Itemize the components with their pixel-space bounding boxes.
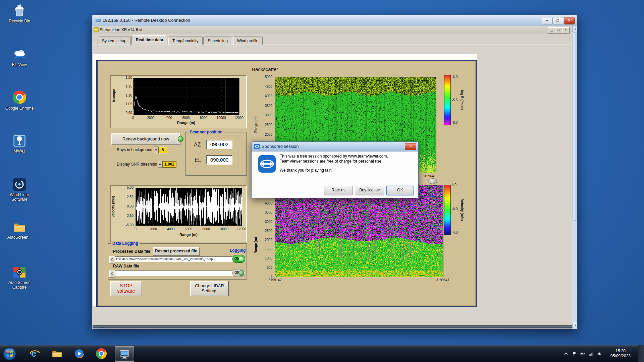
explorer-folder-icon[interactable]: [48, 346, 66, 361]
remote-taskbar: XPScansched 15:20 05/09/2023: [93, 325, 572, 328]
desktop-icon-auto-screen-capture[interactable]: Auto Screen Capture: [4, 265, 35, 290]
tick-label: 5000: [265, 75, 272, 79]
tick-label: 10000: [215, 116, 228, 120]
tab-scheduling[interactable]: Scheduling: [203, 37, 232, 45]
stop-software-button[interactable]: STOP software: [110, 281, 142, 296]
folder-app-icon[interactable]: [261, 327, 277, 328]
host-tray: [562, 345, 604, 362]
rdp-titlebar[interactable]: 192.168.0.150 - Remote Desktop Connectio…: [92, 15, 577, 26]
app-restore-button[interactable]: □: [555, 27, 562, 34]
rdp-minimize-button[interactable]: –: [542, 17, 552, 24]
stop-app-icon[interactable]: [177, 327, 192, 328]
velocity-plot: [136, 188, 242, 226]
scanner-position-group: Scanner position AZ 090.002 EL 090.000: [185, 132, 247, 176]
dialog-close-button[interactable]: ✕: [405, 143, 416, 150]
action-center-flag-icon[interactable]: [572, 351, 577, 356]
tab-temp-humidity[interactable]: Temp/humidity: [168, 37, 203, 45]
desktop-icon-autoscreen-folder[interactable]: AutoScreen...: [4, 220, 35, 240]
processed-logging-toggle[interactable]: ON: [232, 255, 245, 263]
start-button[interactable]: [3, 347, 16, 361]
desktop-icon-wind-lidar-software[interactable]: Wind Lidar Software: [4, 177, 35, 202]
scroll-down-arrow[interactable]: ▼: [572, 323, 577, 328]
restart-processed-file-button[interactable]: Restart processed file: [153, 247, 200, 256]
velocity-y-ticks: 5.002.500.00-2.50-5.00: [118, 186, 133, 227]
remote-vertical-scrollbar[interactable]: ▲ ▼: [572, 26, 577, 328]
scan-sched-app-icon[interactable]: Scansched: [240, 327, 256, 328]
tick-label: 4000: [162, 116, 175, 120]
rdp-close-button[interactable]: ✕: [564, 17, 575, 24]
host-taskbar-icons: e: [26, 346, 134, 362]
stop-line2: software: [111, 288, 142, 294]
a-scope-plot: [133, 78, 239, 115]
app-close-button[interactable]: ×: [562, 27, 570, 34]
remote-clock[interactable]: 15:20 05/09/2023: [543, 328, 562, 328]
sponsored-session-dialog: Sponsored session ✕ This was a free sess…: [251, 141, 419, 198]
app-minimize-button[interactable]: _: [548, 27, 555, 34]
tray-up-icon[interactable]: [564, 351, 569, 356]
media-player-icon[interactable]: [70, 346, 88, 361]
change-lidar-settings-button[interactable]: Change LiDAR Settings: [190, 281, 229, 296]
network-icon[interactable]: [589, 351, 594, 356]
az-value[interactable]: 090.002: [206, 140, 232, 149]
toggle-knob: [238, 256, 244, 262]
host-time: 15:20: [610, 349, 631, 354]
dialog-button-buy-license[interactable]: Buy license: [355, 186, 384, 195]
rays-spinner[interactable]: [154, 146, 158, 153]
volume-icon[interactable]: [597, 351, 602, 356]
velocity-time-right: 3199641: [426, 278, 460, 282]
tab-wind-profile[interactable]: Wind profile: [233, 37, 263, 45]
el-value[interactable]: 090.000: [206, 155, 232, 165]
rays-value[interactable]: 8: [158, 147, 167, 153]
remote-start-button[interactable]: [97, 327, 108, 328]
backscatter-colorbar-tick-mid: -5.5: [452, 98, 458, 102]
console-app-icon[interactable]: [219, 327, 234, 328]
processed-data-file-label: Processed Data file: [113, 249, 150, 254]
notes-app-icon[interactable]: [113, 327, 129, 328]
dialog-button-ok[interactable]: OK: [386, 186, 414, 195]
tick-label: 3500: [265, 210, 272, 214]
velocity-x-axis-label: Range (m): [155, 233, 222, 237]
tab-real-time-data[interactable]: Real time data: [131, 35, 167, 45]
renew-background-button[interactable]: Renew background now: [111, 133, 180, 145]
host-clock[interactable]: 15:20 05/09/2023: [610, 349, 631, 359]
dialog-titlebar[interactable]: Sponsored session ✕: [252, 142, 418, 152]
dialog-button-rate-us[interactable]: Rate us: [324, 186, 353, 195]
velocity-colorbar-tick-min: -4.0: [452, 231, 458, 234]
desktop-icon-recycle-bin[interactable]: Recycle Bin: [4, 3, 35, 23]
processed-path-field[interactable]: C:\Lidar\Data\Proc\2023\202309\20230905\…: [115, 256, 233, 262]
tabstrip: System setupReal time dataTemp/humidityS…: [92, 34, 572, 45]
velocity-colorbar-tick-max: 4.0: [452, 183, 457, 187]
battery-icon[interactable]: [580, 351, 585, 356]
tab-system-setup[interactable]: System setup: [98, 37, 131, 45]
rdp-maximize-button[interactable]: □: [552, 17, 563, 24]
toggle-knob: [238, 270, 244, 276]
xp-app-icon[interactable]: XP: [198, 327, 213, 328]
rdp-app-icon[interactable]: [115, 346, 134, 362]
app-titlebar[interactable]: StreamLine XR v14-6.vi _ □ ×: [92, 26, 572, 34]
snr-value[interactable]: 1.002: [162, 161, 176, 168]
dialog-text-line1: This was a free session sponsored by www…: [280, 154, 388, 159]
desktop-icon-bl-view[interactable]: BL-View: [4, 47, 35, 67]
velocity-y-axis-label: Velocity (m/s): [111, 192, 115, 222]
tick-label: 0.00: [127, 204, 133, 208]
display-knob[interactable]: [428, 178, 437, 184]
monitor-app-icon[interactable]: [135, 327, 150, 328]
chrome-icon[interactable]: [93, 346, 110, 361]
desktop-icon-mw41[interactable]: MW41: [4, 133, 35, 154]
scroll-up-arrow[interactable]: ▲: [572, 26, 577, 32]
internet-explorer-icon[interactable]: e: [26, 346, 44, 361]
tick-label: 1.15: [126, 84, 132, 88]
desktop-screen: Recycle BinBL-ViewGoogle ChromeMW41Wind …: [0, 0, 644, 362]
velocity-colorbar: [444, 185, 451, 235]
snr-spinner[interactable]: [158, 161, 162, 168]
desktop-icon-google-chrome[interactable]: Google Chrome: [4, 90, 35, 111]
raw-logging-toggle[interactable]: OFF: [232, 269, 245, 277]
backscatter-colorbar-tick-min: -8.0: [452, 121, 458, 124]
scroll-thumb[interactable]: [573, 32, 577, 221]
host-date: 05/09/2023: [610, 354, 631, 359]
az-label: AZ: [194, 142, 201, 148]
tick-label: -2.50: [126, 214, 133, 218]
raw-path-field[interactable]: [115, 270, 233, 276]
show-desktop-button[interactable]: [638, 345, 644, 362]
labview-app-icon[interactable]: [156, 327, 171, 328]
